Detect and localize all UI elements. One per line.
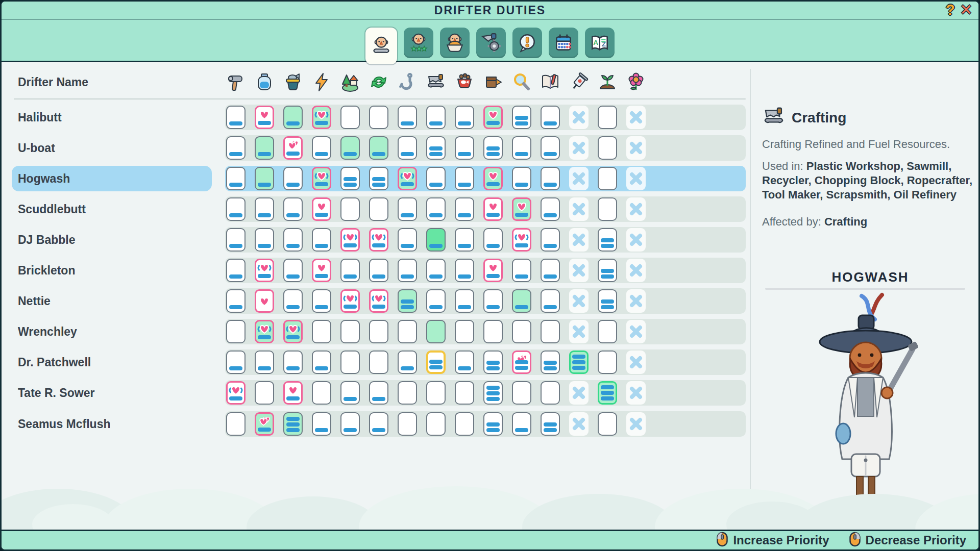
drifter-name-label[interactable]: DJ Babble	[18, 227, 75, 253]
duty-cell[interactable]	[369, 350, 388, 374]
help-icon[interactable]: ?	[946, 1, 955, 19]
drifter-name-label[interactable]: Scuddlebutt	[18, 196, 86, 222]
duty-icon-energy[interactable]	[311, 72, 332, 92]
duty-cell[interactable]	[426, 412, 446, 436]
drifter-name-label[interactable]: Brickleton	[18, 258, 75, 283]
duty-cell[interactable]	[283, 350, 303, 374]
tab-alerts[interactable]	[512, 28, 542, 58]
duty-cell[interactable]	[598, 136, 617, 160]
duty-icon-crafting[interactable]	[426, 72, 446, 92]
duty-cell[interactable]	[340, 320, 360, 343]
duty-cell[interactable]	[426, 228, 446, 252]
duty-cell[interactable]	[426, 197, 446, 221]
tab-production[interactable]	[476, 28, 506, 58]
duty-cell[interactable]	[283, 412, 303, 436]
drifter-name-label[interactable]: Nettie	[18, 288, 51, 314]
duty-cell[interactable]	[340, 106, 360, 129]
duty-cell[interactable]	[398, 167, 417, 190]
duty-cell[interactable]	[483, 289, 503, 313]
duty-cell[interactable]	[340, 350, 360, 374]
duty-cell[interactable]	[512, 167, 531, 190]
duty-cell[interactable]	[369, 197, 388, 221]
tab-duties[interactable]	[365, 28, 397, 64]
duty-cell[interactable]	[598, 259, 617, 282]
duty-cell[interactable]	[398, 228, 417, 252]
duty-icon-cooking[interactable]	[283, 72, 303, 92]
duty-icon-animal-care[interactable]	[454, 72, 475, 92]
drifter-name-label[interactable]: Hogwash	[18, 166, 70, 191]
duty-cell[interactable]	[283, 136, 303, 160]
duty-cell[interactable]	[541, 228, 560, 252]
duty-icon-gardening[interactable]	[626, 72, 646, 92]
duty-cell[interactable]	[255, 259, 274, 282]
duty-cell[interactable]	[426, 259, 446, 282]
duty-cell[interactable]	[455, 289, 474, 313]
duty-cell[interactable]	[512, 228, 531, 252]
duty-cell[interactable]	[255, 197, 274, 221]
duty-icon-building[interactable]	[226, 72, 246, 92]
duty-cell[interactable]	[541, 167, 560, 190]
duty-cell[interactable]	[398, 259, 417, 282]
duty-cell[interactable]	[541, 197, 560, 221]
duty-cell[interactable]	[312, 289, 331, 313]
duty-cell[interactable]	[426, 167, 446, 190]
duty-cell[interactable]	[455, 350, 474, 374]
duty-cell[interactable]	[426, 381, 446, 405]
duty-cell[interactable]	[312, 228, 331, 252]
duty-cell[interactable]	[483, 228, 503, 252]
duty-cell[interactable]	[598, 289, 617, 313]
duty-cell[interactable]	[283, 320, 303, 343]
duty-icon-research[interactable]	[540, 72, 560, 92]
duty-cell[interactable]	[340, 136, 360, 160]
drifter-name-label[interactable]: Dr. Patchwell	[18, 349, 91, 375]
drifter-name-label[interactable]: Wrenchley	[18, 319, 77, 344]
duty-cell[interactable]	[398, 136, 417, 160]
duty-cell[interactable]	[455, 228, 474, 252]
duty-cell[interactable]	[426, 289, 446, 313]
duty-cell[interactable]	[483, 197, 503, 221]
duty-cell[interactable]	[226, 381, 246, 405]
duty-cell[interactable]	[283, 259, 303, 282]
duty-cell[interactable]	[426, 136, 446, 160]
duty-cell[interactable]	[312, 136, 331, 160]
duty-cell[interactable]	[369, 412, 388, 436]
duty-cell[interactable]	[426, 320, 446, 343]
duty-cell[interactable]	[512, 259, 531, 282]
duty-cell[interactable]	[512, 412, 531, 436]
duty-cell[interactable]	[512, 350, 531, 374]
duty-cell[interactable]	[226, 350, 246, 374]
duty-cell[interactable]	[455, 167, 474, 190]
duty-cell[interactable]	[255, 289, 274, 313]
duty-cell[interactable]	[483, 167, 503, 190]
duty-cell[interactable]	[455, 320, 474, 343]
duty-cell[interactable]	[369, 136, 388, 160]
duty-cell[interactable]	[455, 136, 474, 160]
duty-cell[interactable]	[483, 350, 503, 374]
duty-cell[interactable]	[512, 381, 531, 405]
duty-cell[interactable]	[369, 106, 388, 129]
drifter-name-label[interactable]: Seamus Mcflush	[18, 411, 111, 437]
duty-cell[interactable]	[283, 228, 303, 252]
duty-cell[interactable]	[483, 320, 503, 343]
duty-cell[interactable]	[340, 197, 360, 221]
duty-cell[interactable]	[312, 197, 331, 221]
duty-cell[interactable]	[255, 228, 274, 252]
duty-cell[interactable]	[598, 320, 617, 343]
duty-cell[interactable]	[455, 259, 474, 282]
duty-icon-recycling[interactable]	[369, 72, 389, 92]
duty-cell[interactable]	[283, 197, 303, 221]
close-icon[interactable]: ✕	[960, 1, 972, 19]
duty-cell[interactable]	[369, 289, 388, 313]
duty-cell[interactable]	[398, 381, 417, 405]
duty-cell[interactable]	[541, 136, 560, 160]
duty-cell[interactable]	[226, 106, 246, 129]
duty-cell[interactable]	[426, 106, 446, 129]
duty-icon-medical[interactable]	[569, 72, 589, 92]
duty-cell[interactable]	[483, 106, 503, 129]
duty-cell[interactable]	[255, 320, 274, 343]
duty-cell[interactable]	[455, 412, 474, 436]
duty-icon-expedition[interactable]	[340, 72, 360, 92]
duty-cell[interactable]	[598, 350, 617, 374]
duty-cell[interactable]	[340, 259, 360, 282]
duty-cell[interactable]	[541, 320, 560, 343]
